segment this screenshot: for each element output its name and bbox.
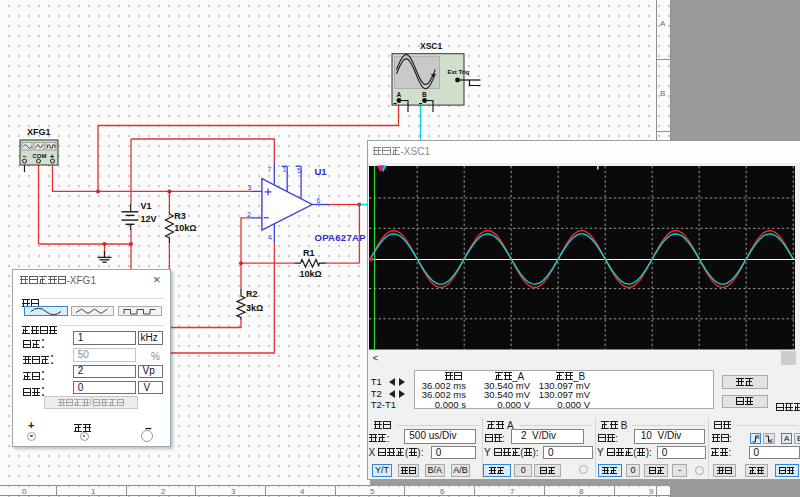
svg-text:5: 5 [297,167,301,174]
svg-text:3: 3 [248,184,252,191]
svg-text:1: 1 [283,166,287,173]
svg-text:U1: U1 [315,166,328,177]
svg-text:R1: R1 [303,248,315,258]
svg-text:2: 2 [247,211,251,218]
svg-text:–: – [23,152,27,159]
svg-text:OPA627AP: OPA627AP [315,232,367,243]
svg-text:4: 4 [268,234,272,241]
svg-text:3kΩ: 3kΩ [246,303,263,313]
svg-text:XSC1: XSC1 [420,41,442,51]
svg-text:COM: COM [33,153,47,159]
svg-text:12V: 12V [141,214,157,224]
svg-text:XFG1: XFG1 [27,127,51,137]
svg-text:10kΩ: 10kΩ [300,269,322,279]
svg-text:B: B [422,91,427,98]
svg-text:R3: R3 [174,211,186,221]
svg-text:7: 7 [268,166,272,173]
svg-text:V1: V1 [141,201,152,211]
svg-text:Ext Trig: Ext Trig [448,69,470,75]
svg-text:10kΩ: 10kΩ [174,223,196,233]
svg-text:A: A [397,91,402,98]
svg-text:6: 6 [317,197,321,204]
svg-text:+: + [50,153,54,160]
svg-text:R2: R2 [246,289,258,299]
